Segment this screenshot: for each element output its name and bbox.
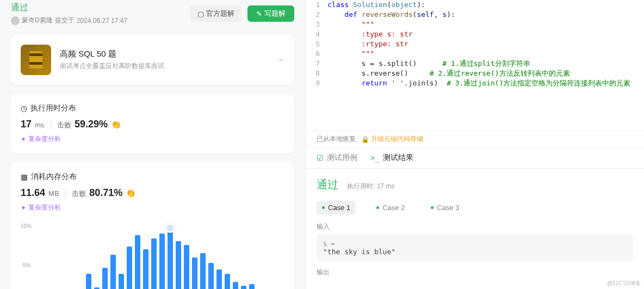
runtime-card: ◷ 执行用时分布 17 ms | 击败 59.29% 👏 ✦ 复杂度分析: [11, 94, 294, 153]
bar: [176, 241, 181, 290]
bar: [127, 247, 132, 289]
tab-result[interactable]: >_ 测试结果: [370, 153, 413, 163]
result-panel: 通过 执行用时: 17 ms Case 1Case 2Case 3 输入 s =…: [306, 169, 644, 289]
case-tab[interactable]: Case 1: [317, 201, 356, 214]
memory-card: ▦ 消耗内存分布 11.64 MB | 击败 80.71% 👏 ✦ 复杂度分析 …: [11, 162, 294, 289]
bar: [143, 249, 148, 290]
bar: [233, 282, 238, 290]
bar: [119, 274, 124, 290]
chart-marker: [165, 223, 175, 233]
book-icon: ▢: [197, 10, 204, 18]
bar: [184, 245, 189, 289]
clap-icon: 👏: [126, 188, 136, 198]
code-line: 7 s = s.split() # 1.通过split分割字符串: [306, 59, 644, 69]
bar: [135, 235, 140, 289]
case-tab[interactable]: Case 3: [425, 201, 465, 214]
bar: [216, 269, 222, 289]
tabs-bar: ☑ 测试用例 >_ 测试结果: [306, 147, 644, 169]
code-line: 1class Solution(object):: [306, 0, 644, 10]
distribution-chart: 10% 5% 0%: [21, 223, 284, 289]
prompt-icon: >_: [370, 153, 380, 162]
official-solution-button[interactable]: ▢ 官方题解: [190, 5, 242, 22]
check-icon: ☑: [317, 153, 324, 162]
upgrade-link[interactable]: 🔒 升级云端代码存储: [361, 134, 423, 144]
bar: [151, 238, 157, 289]
result-status: 通过: [317, 177, 338, 192]
code-line: 4 :type s: str: [306, 29, 644, 39]
clap-icon: 👏: [111, 120, 121, 130]
code-line: 3 """: [306, 20, 644, 29]
bar: [225, 274, 230, 290]
case-tab[interactable]: Case 2: [371, 201, 410, 214]
promo-card[interactable]: 高频 SQL 50 题 面试考点全覆盖应对高阶数据库面试 →: [11, 35, 294, 85]
status-text: 通过: [11, 2, 127, 14]
status-dot-icon: [376, 206, 379, 209]
bar: [249, 284, 255, 289]
bar: [159, 233, 165, 289]
code-editor[interactable]: 1class Solution(object):2 def reverseWor…: [306, 0, 644, 131]
status-dot-icon: [431, 206, 434, 209]
bar: [110, 255, 116, 289]
output-label: 输出: [317, 268, 633, 277]
code-line: 2 def reverseWords(self, s):: [306, 10, 644, 20]
chevron-right-icon: →: [275, 54, 284, 66]
input-box: s = "the sky is blue": [317, 235, 633, 261]
input-label: 输入: [317, 222, 633, 231]
bar: [102, 268, 108, 289]
restore-bar: 已从本地恢复 🔒 升级云端代码存储: [306, 131, 644, 147]
code-line: 6 """: [306, 49, 644, 59]
avatar: [11, 16, 20, 25]
bar: [208, 263, 214, 289]
code-line: 8 s.reverse() # 2.通过reverse()方法反转列表中的元素: [306, 69, 644, 78]
bar: [192, 257, 197, 290]
pen-icon: ✎: [256, 10, 262, 18]
sparkle-icon: ✦: [21, 204, 26, 212]
promo-subtitle: 面试考点全覆盖应对高阶数据库面试: [60, 62, 164, 71]
database-icon: [21, 45, 51, 75]
tab-testcase[interactable]: ☑ 测试用例: [317, 153, 357, 163]
chip-icon: ▦: [21, 173, 28, 181]
bar: [200, 253, 206, 289]
sparkle-icon: ✦: [21, 136, 26, 143]
bar: [86, 274, 91, 290]
submit-info: 蒙奇D索隆 提交于 2024.06.27 17:47: [11, 16, 127, 25]
code-line: 5 :rtype: str: [306, 39, 644, 49]
bar: [168, 232, 173, 289]
complexity-link[interactable]: ✦ 复杂度分析: [21, 203, 284, 212]
watermark: @51CTO博客: [607, 280, 641, 287]
promo-title: 高频 SQL 50 题: [60, 49, 164, 59]
bar: [241, 286, 246, 289]
clock-icon: ◷: [21, 104, 27, 113]
status-dot-icon: [322, 206, 325, 209]
code-line: 9 return ' '.join(s) # 3.通过join()方法指定空格为…: [306, 78, 644, 88]
lock-icon: 🔒: [361, 136, 369, 143]
complexity-link[interactable]: ✦ 复杂度分析: [21, 134, 284, 144]
result-time: 执行用时: 17 ms: [347, 182, 394, 191]
write-solution-button[interactable]: ✎ 写题解: [247, 5, 294, 22]
